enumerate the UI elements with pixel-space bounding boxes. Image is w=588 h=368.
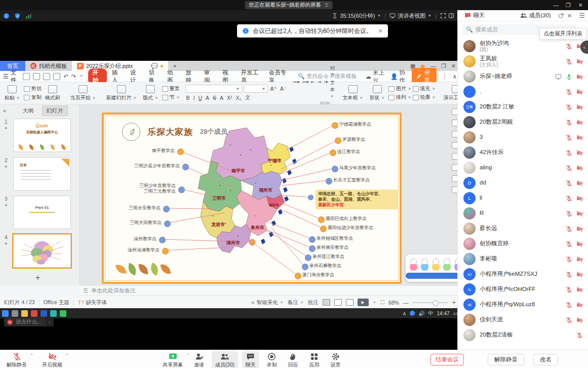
normal-view-icon[interactable] — [323, 299, 330, 306]
sorter-view-icon[interactable] — [334, 299, 342, 306]
toolbar-应用[interactable]: 应用 — [306, 351, 323, 368]
cam-off-icon[interactable] — [576, 286, 583, 293]
mic-off-icon[interactable] — [566, 119, 572, 126]
folder-icon[interactable] — [21, 310, 28, 317]
monitor-icon[interactable] — [555, 73, 562, 80]
missing-font-warning[interactable]: T? 缺失字体 — [78, 299, 107, 306]
cam-off-icon[interactable] — [576, 226, 583, 232]
open-icon[interactable] — [23, 73, 30, 80]
reading-view-icon[interactable] — [346, 299, 354, 306]
slide-thumbnail-1[interactable]: 1 ✦ⓁUZK 乐探机器人编程中心 — [13, 119, 71, 152]
format-2-button[interactable]: U — [197, 95, 203, 101]
ribbon-图片-button[interactable]: 图片 ▼ — [388, 85, 412, 92]
member-row[interactable]: 王凤姣(主持人) — [457, 54, 588, 69]
format-4-button[interactable]: S — [212, 95, 217, 101]
cam-off-icon[interactable] — [576, 210, 583, 217]
cam-off-icon[interactable] — [576, 241, 583, 247]
cam-off-icon[interactable] — [576, 119, 583, 126]
banner-menu-icon[interactable]: ☰ — [325, 3, 329, 8]
member-row[interactable]: 创协为沙鸿(我) — [457, 39, 588, 54]
cam-off-icon[interactable] — [576, 302, 583, 308]
ribbon-格式刷-button[interactable]: 格式刷 — [43, 84, 63, 102]
cam-off-icon[interactable] — [576, 165, 583, 171]
tab-slides[interactable]: 幻灯片 — [42, 105, 68, 116]
wps-docer-tab[interactable]: 稻 找稻壳模板 — [25, 61, 72, 71]
toolbar-回应[interactable]: 回应 — [285, 351, 302, 368]
mic-on-icon[interactable] — [566, 73, 572, 80]
member-row[interactable]: 创协魏宜婷 — [457, 236, 588, 251]
tray-expand-icon[interactable]: ∧ — [403, 311, 406, 316]
notes-button[interactable]: 备注▼ — [288, 299, 304, 306]
align-text-button[interactable]: 对齐文本 ▼ — [330, 65, 335, 99]
collapse-ribbon-icon[interactable]: ∧ — [453, 73, 457, 80]
cam-off-icon[interactable] — [576, 271, 583, 278]
mic-off-icon[interactable] — [566, 150, 572, 156]
ribbon-版式-button[interactable]: 版式 ▼ — [140, 84, 161, 102]
cam-off-icon[interactable] — [576, 89, 583, 95]
mic-off-icon[interactable] — [566, 43, 572, 50]
slide-thumbnail-2[interactable]: 2 ✦ 目录 — [13, 157, 71, 191]
tab-outline[interactable]: 大纲 — [19, 106, 38, 116]
format-5-button[interactable]: A — [219, 95, 224, 101]
mic-off-icon[interactable] — [566, 180, 572, 187]
ribbon-轮廓-button[interactable]: 轮廓 ▼ — [413, 94, 436, 101]
mic-off-icon[interactable] — [566, 286, 572, 293]
unmute-all-button[interactable]: 解除静音 — [488, 354, 524, 365]
chat-chip-placeholder[interactable]: 说点什么... — [16, 318, 42, 325]
zoom-percent[interactable]: 68% — [388, 300, 399, 306]
chevron-down-icon[interactable]: ▼ — [79, 75, 83, 78]
ribbon-文本框-button[interactable]: 文本框 ▼ — [340, 84, 366, 102]
cam-off-icon[interactable] — [576, 73, 583, 80]
member-row[interactable]: Ddd — [457, 175, 588, 191]
wechat-icon[interactable] — [60, 310, 66, 317]
member-row[interactable]: R — [457, 206, 588, 221]
mic-off-icon[interactable] — [566, 226, 572, 232]
bullet-list-icon[interactable]: ≔▾ — [293, 79, 299, 85]
toolbar-录制[interactable]: 录制 — [263, 351, 281, 368]
ribbon-节-button[interactable]: 节 ▼ — [162, 94, 180, 101]
mic-off-icon[interactable] — [566, 134, 572, 141]
member-row[interactable]: 李彬颂 — [457, 251, 588, 267]
file-menu[interactable]: ☰ 文件 — [3, 69, 20, 84]
chevron-down-icon[interactable]: ▼ — [373, 301, 377, 304]
maximize-button[interactable]: ❐ — [563, 2, 574, 9]
member-row[interactable]: Lll — [457, 191, 588, 206]
mic-off-icon[interactable] — [566, 256, 572, 263]
toolbar-成员(30)[interactable]: 成员(30) — [212, 351, 238, 368]
collab-button[interactable]: 👤 协作 — [390, 69, 407, 84]
mic-off-icon[interactable] — [566, 210, 572, 217]
cam-off-icon[interactable] — [576, 58, 583, 65]
minimize-button[interactable]: — — [551, 2, 562, 8]
cam-off-icon[interactable] — [576, 256, 583, 263]
toast-close-icon[interactable]: ✕ — [378, 27, 383, 34]
format-6-button[interactable]: X² — [226, 95, 233, 101]
more-icon[interactable]: ⋮ — [442, 73, 448, 80]
ribbon-新建幻灯片-button[interactable]: 新建幻灯片 ▼ — [103, 84, 139, 102]
close-button[interactable]: ✕ — [575, 2, 586, 9]
ribbon-剪切-button[interactable]: 剪切 — [24, 85, 42, 92]
mic-off-icon[interactable] — [566, 89, 572, 95]
ribbon-填充-button[interactable]: 填充 ▼ — [413, 85, 436, 92]
mic-off-icon[interactable] — [566, 271, 572, 278]
hamburger-menu-icon[interactable]: ☰ — [579, 12, 585, 19]
mic-off-icon[interactable] — [566, 241, 572, 247]
theme-label[interactable]: Office 主题 — [44, 299, 69, 306]
view-mode-switcher[interactable]: 演讲者视图 ▼ — [389, 12, 432, 20]
beautify-button[interactable]: ✧ 智能美化▼ — [251, 299, 284, 306]
slide-thumbnail-4[interactable]: 4 ✦ — [13, 234, 71, 268]
cam-off-icon[interactable] — [576, 195, 583, 202]
member-row[interactable]: Ic小程序用户IcOHOrFF — [457, 282, 588, 297]
rename-button[interactable]: 改名 — [533, 354, 558, 365]
volume-icon[interactable]: 🔊 — [418, 311, 424, 316]
search-icon[interactable] — [12, 310, 18, 317]
ribbon-排列-button[interactable]: 排列 ▼ — [388, 94, 412, 101]
undo-icon[interactable]: ↶ — [63, 73, 68, 80]
member-row[interactable]: 乐探~姚老师 — [457, 69, 588, 84]
comment-button[interactable]: 批注 — [308, 299, 319, 306]
cam-off-icon[interactable] — [576, 150, 583, 156]
toolbar-聊天[interactable]: 聊天 — [242, 351, 259, 368]
toolbar-开启视频[interactable]: 开启视频⌃ — [38, 351, 66, 368]
mic-off-icon[interactable] — [566, 195, 572, 202]
zoom-in-button[interactable]: + — [452, 299, 456, 306]
ribbon-形状-button[interactable]: 形状 ▼ — [367, 84, 387, 102]
